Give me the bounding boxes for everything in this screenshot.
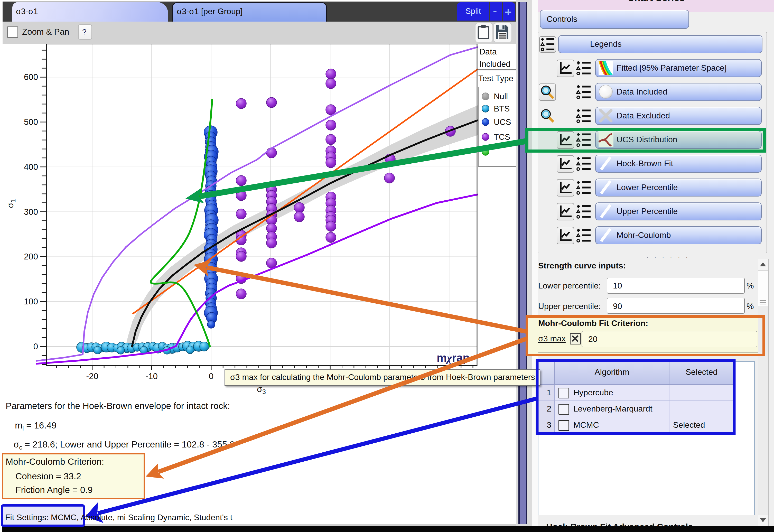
- svg-text:mχrap: mχrap: [437, 351, 470, 364]
- svg-text:σ1: σ1: [5, 199, 17, 208]
- svg-text:Null: Null: [494, 92, 508, 101]
- svg-text:100: 100: [24, 297, 38, 306]
- svg-text:0: 0: [209, 371, 213, 381]
- svg-text:-10: -10: [145, 371, 158, 381]
- svg-text:600: 600: [24, 72, 38, 82]
- svg-text:500: 500: [24, 117, 38, 127]
- svg-text:200: 200: [24, 252, 38, 261]
- svg-text:Data: Data: [479, 47, 497, 56]
- svg-text:Test Type: Test Type: [478, 74, 513, 83]
- svg-text:0: 0: [33, 342, 38, 351]
- svg-text:Included: Included: [479, 59, 510, 69]
- svg-text:BTS: BTS: [494, 104, 510, 113]
- svg-text:400: 400: [24, 162, 38, 172]
- svg-text:300: 300: [24, 207, 38, 217]
- svg-text:-20: -20: [86, 371, 98, 381]
- svg-text:TCS: TCS: [494, 132, 510, 142]
- svg-text:UCS: UCS: [494, 117, 511, 127]
